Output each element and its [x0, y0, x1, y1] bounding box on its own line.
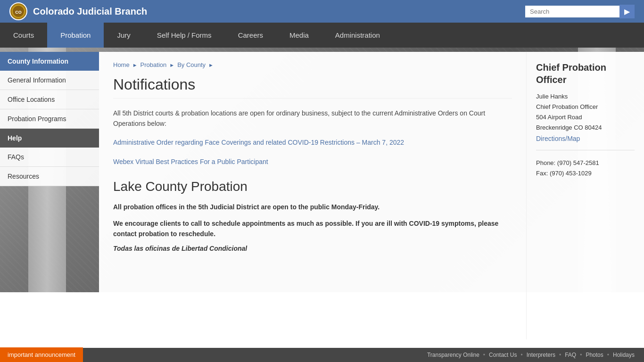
cpo-role: Chief Probation Officer [536, 102, 635, 112]
cpo-address1: 504 Airport Road [536, 112, 635, 123]
search-button[interactable]: ▶ [619, 5, 635, 18]
link-admin-order[interactable]: Administrative Order regarding Face Cove… [113, 139, 404, 146]
sidebar-help[interactable]: Help [0, 129, 99, 148]
cpo-phone: Phone: (970) 547-2581 [536, 158, 635, 168]
nav-item-careers[interactable]: Careers [225, 23, 276, 48]
cpo-directions-link[interactable]: Directions/Map [536, 135, 580, 142]
breadcrumb-home[interactable]: Home [113, 61, 130, 68]
divider-1 [536, 150, 635, 150]
sidebar: County Information General Information O… [0, 52, 99, 339]
main-nav: Courts Probation Jury Self Help / Forms … [0, 23, 644, 48]
site-logo: CO Colorado Judicial Branch [9, 2, 147, 20]
nav-item-jury[interactable]: Jury [104, 23, 143, 48]
sidebar-item-resources[interactable]: Resources [0, 167, 99, 186]
search-form: ▶ [525, 5, 635, 18]
sidebar-item-general-info[interactable]: General Information [0, 71, 99, 90]
intro-text: All 5th District courts & probation loca… [113, 108, 512, 129]
search-input[interactable] [525, 6, 619, 17]
cpo-fax: Fax: (970) 453-1029 [536, 168, 635, 179]
sidebar-county-information[interactable]: County Information [0, 52, 99, 71]
breadcrumb-sep1: ► [132, 62, 138, 68]
site-title: Colorado Judicial Branch [33, 6, 147, 17]
right-sidebar: Chief Probation Officer Julie Hanks Chie… [526, 52, 644, 339]
page-title: Notifications [113, 76, 512, 99]
main-content: Home ► Probation ► By County ► Notificat… [99, 52, 526, 339]
svg-text:CO: CO [15, 10, 22, 15]
sidebar-item-probation-programs[interactable]: Probation Programs [0, 109, 99, 129]
italic-text: Todas las oficinas de Libertad Condicion… [113, 245, 512, 252]
breadcrumb-probation[interactable]: Probation [140, 61, 167, 68]
bold-text-2: We encourage clients to call to schedule… [113, 218, 512, 239]
breadcrumb-by-county[interactable]: By County [177, 61, 206, 68]
sidebar-item-faqs[interactable]: FAQs [0, 148, 99, 167]
link-webex[interactable]: Webex Virtual Best Practices For a Publi… [113, 158, 268, 165]
logo-icon: CO [9, 2, 27, 20]
breadcrumb: Home ► Probation ► By County ► [113, 61, 512, 68]
bold-text-1: All probation offices in the 5th Judicia… [113, 202, 512, 212]
breadcrumb-sep3: ► [208, 62, 214, 68]
cpo-address2: Breckenridge CO 80424 [536, 123, 635, 133]
cpo-title: Chief Probation Officer [536, 61, 635, 86]
section-title-lake-county: Lake County Probation [113, 179, 512, 194]
nav-item-selfhelp[interactable]: Self Help / Forms [144, 23, 225, 48]
sidebar-item-office-locations[interactable]: Office Locations [0, 90, 99, 109]
nav-item-administration[interactable]: Administration [322, 23, 393, 48]
breadcrumb-sep2: ► [169, 62, 174, 68]
nav-item-courts[interactable]: Courts [0, 23, 47, 48]
nav-item-probation[interactable]: Probation [47, 23, 104, 48]
nav-item-media[interactable]: Media [276, 23, 322, 48]
cpo-name: Julie Hanks [536, 91, 635, 102]
